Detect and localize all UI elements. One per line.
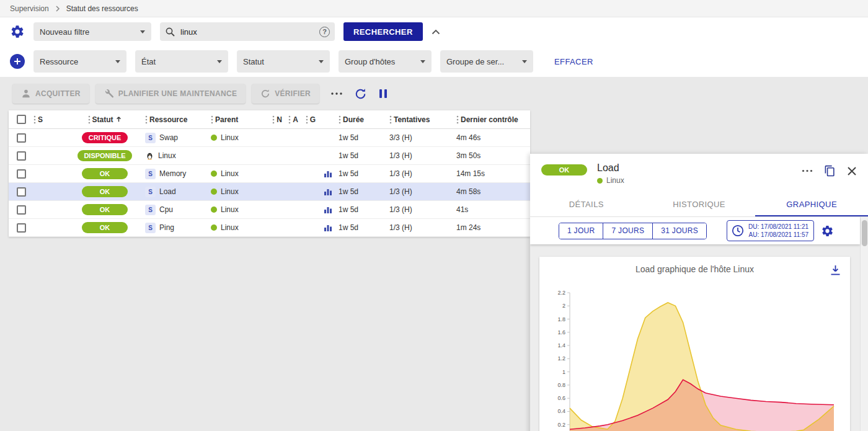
column-header-n[interactable]: N (269, 110, 285, 128)
row-checkbox[interactable] (17, 205, 26, 215)
search-box[interactable]: ? (160, 22, 335, 41)
drag-handle-icon[interactable] (88, 115, 91, 124)
search-button[interactable]: RECHERCHER (343, 22, 423, 41)
copy-link-icon[interactable] (824, 165, 836, 177)
graph-settings-button[interactable] (821, 224, 834, 238)
drag-handle-icon[interactable] (272, 115, 275, 124)
drag-handle-icon[interactable] (288, 115, 291, 124)
maintenance-button[interactable]: PLANIFIER UNE MAINTENANCE (95, 84, 246, 104)
panel-host-name[interactable]: Linux (606, 176, 624, 185)
row-checkbox[interactable] (17, 151, 26, 161)
parent-name[interactable]: Linux (221, 223, 239, 232)
close-icon[interactable] (847, 166, 857, 176)
panel-scrollbar[interactable] (860, 217, 868, 431)
status-badge: OK (82, 168, 128, 179)
filter-dropdown-ressource[interactable]: Ressource (33, 50, 126, 73)
filter-settings-button[interactable] (10, 24, 25, 39)
table-row-cpu[interactable]: OKSCpuLinux1w 5d1/3 (H)41s (9, 201, 530, 219)
parent-name[interactable]: Linux (221, 169, 239, 178)
drag-handle-icon[interactable] (389, 115, 392, 124)
column-header-duree[interactable]: Durée (336, 110, 387, 128)
drag-handle-icon[interactable] (339, 115, 341, 124)
tab-graphique[interactable]: GRAPHIQUE (755, 192, 868, 216)
parent-name[interactable]: Linux (221, 133, 239, 142)
row-checkbox[interactable] (17, 223, 26, 233)
graph-icon[interactable] (324, 169, 332, 178)
table-row-linux[interactable]: DISPONIBLELinux1w 5d1/3 (H)3m 50s (9, 147, 530, 165)
drag-handle-icon[interactable] (456, 115, 459, 124)
drag-handle-icon[interactable] (145, 115, 148, 124)
column-header-ressource[interactable]: Ressource (143, 110, 208, 128)
graph-icon[interactable] (324, 187, 332, 196)
resource-name[interactable]: Swap (159, 133, 178, 142)
sort-asc-icon[interactable] (115, 116, 122, 123)
column-header-g[interactable]: G (301, 110, 320, 128)
column-header-dernier-controle[interactable]: Dernier contrôle (454, 110, 530, 128)
panel-title: Load (597, 162, 624, 174)
column-header-s[interactable]: S (31, 110, 64, 128)
last-check: 3m 50s (454, 147, 530, 164)
panel-more-button[interactable] (802, 169, 813, 172)
more-actions-button[interactable] (330, 92, 343, 96)
resource-name[interactable]: Load (159, 187, 176, 196)
tab-details[interactable]: DÉTAILS (530, 192, 643, 216)
parent-name[interactable]: Linux (221, 187, 239, 196)
chevron-down-icon (522, 60, 527, 63)
row-checkbox[interactable] (17, 133, 26, 143)
column-header-tentatives[interactable]: Tentatives (387, 110, 454, 128)
row-checkbox[interactable] (17, 187, 26, 197)
duration: 1w 5d (336, 201, 387, 218)
filter-bar: Nouveau filtre ? RECHERCHER (0, 17, 868, 46)
search-input[interactable] (180, 27, 314, 37)
filter-dropdown-group-d-hotes[interactable]: Group d'hôtes (339, 50, 432, 73)
resource-name[interactable]: Ping (159, 223, 174, 232)
tab-historique[interactable]: HISTORIQUE (643, 192, 756, 216)
person-icon (21, 89, 31, 99)
clear-filters-button[interactable]: EFFACER (554, 57, 593, 66)
range-button-7-jours[interactable]: 7 JOURS (603, 223, 652, 239)
load-chart[interactable]: 0.20.40.60.811.21.41.61.822.211:2511:301… (546, 287, 844, 431)
breadcrumb-section[interactable]: Supervision (10, 4, 49, 13)
table-row-memory[interactable]: OKSMemoryLinux1w 5d1/3 (H)14m 15s (9, 165, 530, 183)
help-icon[interactable]: ? (319, 27, 330, 37)
time-range-bar: 1 JOUR7 JOURS31 JOURS DU: 17/08/2021 11:… (530, 217, 860, 244)
drag-handle-icon[interactable] (33, 115, 36, 124)
table-row-swap[interactable]: CRITIQUESSwapLinux1w 5d3/3 (H)4m 46s (9, 129, 530, 147)
resource-name[interactable]: Cpu (159, 205, 173, 214)
select-all-checkbox[interactable] (17, 115, 26, 124)
column-header-a[interactable]: A (285, 110, 301, 128)
table-row-ping[interactable]: OKSPingLinux1w 5d1/3 (H)1m 24s (9, 219, 530, 237)
clock-icon (731, 224, 745, 238)
range-button-31-jours[interactable]: 31 JOURS (652, 223, 706, 239)
scrollbar-thumb[interactable] (862, 220, 867, 246)
parent-name[interactable]: Linux (221, 205, 239, 214)
refresh-button[interactable] (354, 87, 367, 100)
table-row-load[interactable]: OKSLoadLinux1w 5d1/3 (H)4m 58s (9, 183, 530, 201)
drag-handle-icon[interactable] (211, 115, 213, 124)
row-checkbox[interactable] (17, 169, 26, 179)
resource-name[interactable]: Memory (159, 169, 186, 178)
collapse-filters-button[interactable] (432, 29, 440, 35)
acknowledge-button[interactable]: ACQUITTER (12, 84, 89, 104)
range-button-1-jour[interactable]: 1 JOUR (559, 223, 603, 239)
drag-handle-icon[interactable] (306, 115, 308, 124)
graph-icon[interactable] (324, 205, 332, 214)
svg-text:1.6: 1.6 (557, 329, 565, 335)
column-header-parent[interactable]: Parent (208, 110, 269, 128)
column-header-statut[interactable]: Statut (64, 110, 143, 128)
svg-text:0.8: 0.8 (557, 382, 565, 388)
check-button[interactable]: VÉRIFIER (252, 84, 319, 104)
add-criteria-button[interactable] (10, 54, 25, 69)
filter-dropdown-etat[interactable]: État (135, 50, 228, 73)
tries: 1/3 (H) (387, 201, 454, 218)
date-range-picker[interactable]: DU: 17/08/2021 11:21 AU: 17/08/2021 11:5… (727, 220, 814, 241)
pause-button[interactable] (378, 88, 388, 99)
download-icon[interactable] (830, 264, 841, 276)
parent-up-dot (211, 224, 217, 231)
last-check: 41s (454, 201, 530, 218)
graph-icon[interactable] (324, 223, 332, 232)
filter-dropdown-statut[interactable]: Statut (237, 50, 330, 73)
filter-dropdown-groupe-de-ser[interactable]: Groupe de ser... (440, 50, 533, 73)
saved-filter-select[interactable]: Nouveau filtre (33, 22, 151, 41)
resource-name[interactable]: Linux (158, 151, 176, 160)
